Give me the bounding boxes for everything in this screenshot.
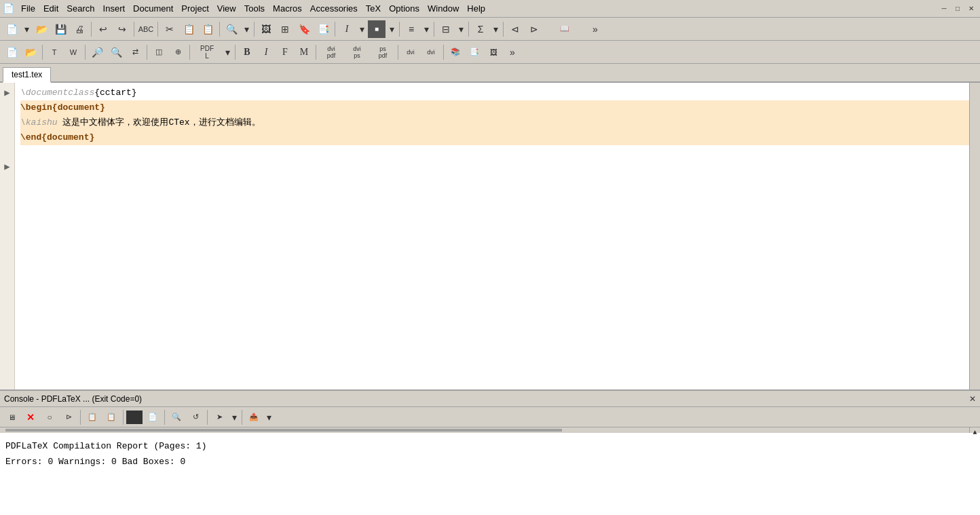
replace-button[interactable]: ⇄ bbox=[126, 43, 144, 61]
menu-search[interactable]: Search bbox=[62, 2, 98, 15]
spell-button[interactable]: ABC bbox=[137, 20, 155, 38]
console-btn-clear[interactable]: ○ bbox=[41, 408, 58, 426]
sep1 bbox=[91, 22, 92, 37]
menu-document[interactable]: Document bbox=[129, 2, 177, 15]
console-scrollbar-thumb[interactable] bbox=[5, 429, 562, 432]
toolbar-main: 📄 ▾ 📂 💾 🖨 ↩ ↪ ABC ✂ 📋 📋 🔍 ▾ 🖼 ⊞ 🔖 📑 I ▾ … bbox=[0, 18, 980, 41]
console-right-scroll[interactable]: ▲ bbox=[969, 427, 980, 433]
bibtex-button[interactable]: 📚 bbox=[447, 43, 464, 61]
print-button[interactable]: 🖨 bbox=[71, 20, 88, 38]
italic-i-button[interactable]: I bbox=[257, 43, 275, 61]
menu-window[interactable]: Window bbox=[423, 2, 463, 15]
image-button[interactable]: 🖼 bbox=[257, 20, 275, 38]
editor-content[interactable]: \documentclass{cctart} \begin{document} … bbox=[15, 83, 980, 389]
new-dropdown-button[interactable]: ▾ bbox=[22, 20, 31, 38]
console-scroll-up[interactable]: ▲ bbox=[971, 427, 978, 438]
ref-button[interactable]: 🔖 bbox=[295, 20, 313, 38]
console-btn-back[interactable]: ↺ bbox=[187, 408, 204, 426]
console-btn-file[interactable]: 📄 bbox=[144, 408, 162, 426]
wizard-button[interactable]: W bbox=[64, 43, 82, 61]
sum-button[interactable]: Σ bbox=[472, 20, 489, 38]
console-btn-export[interactable]: 📤 bbox=[245, 408, 263, 426]
sum-dropdown-button[interactable]: ▾ bbox=[491, 20, 500, 38]
template-button[interactable]: T bbox=[45, 43, 63, 61]
dvi-view2-button[interactable]: dvi bbox=[421, 43, 440, 61]
italic-dropdown-button[interactable]: ▾ bbox=[357, 20, 366, 38]
pdf-dropdown-button[interactable]: ▾ bbox=[223, 43, 232, 61]
italic-button[interactable]: I bbox=[338, 20, 356, 38]
close-button[interactable]: ✕ bbox=[965, 3, 977, 15]
bold-block-dropdown-button[interactable]: ▾ bbox=[387, 20, 396, 38]
menu-view[interactable]: View bbox=[213, 2, 240, 15]
new-button[interactable]: 📄 bbox=[3, 20, 20, 38]
minimize-button[interactable]: ─ bbox=[938, 3, 950, 15]
structure-button[interactable]: ◫ bbox=[150, 43, 168, 61]
table-button[interactable]: ⊞ bbox=[276, 20, 294, 38]
code-line-4: \end{document} bbox=[20, 130, 975, 145]
nav1-button[interactable]: ⊲ bbox=[506, 20, 524, 38]
console-btn-paste[interactable]: 📋 bbox=[102, 408, 120, 426]
font-f-button[interactable]: F bbox=[276, 43, 294, 61]
console-btn-export-dropdown[interactable]: ▾ bbox=[264, 408, 274, 426]
console-btn-fwd[interactable]: ➤ bbox=[210, 408, 228, 426]
menu-help[interactable]: Help bbox=[463, 2, 489, 15]
nav2-button[interactable]: ⊳ bbox=[525, 20, 543, 38]
preview-button[interactable]: 🖼 bbox=[485, 43, 502, 61]
open2-button[interactable]: 📂 bbox=[22, 43, 39, 61]
bold-block-button[interactable]: ■ bbox=[368, 20, 385, 38]
sep6 bbox=[335, 22, 335, 37]
cut-button[interactable]: ✂ bbox=[161, 20, 178, 38]
gutter-arrow-run[interactable]: ▶ bbox=[4, 161, 10, 172]
ps-pdf-button[interactable]: pspdf bbox=[371, 43, 395, 61]
bold-b-button[interactable]: B bbox=[238, 43, 256, 61]
paste-button[interactable]: 📋 bbox=[199, 20, 216, 38]
menu-options[interactable]: Options bbox=[385, 2, 423, 15]
search2-button[interactable]: 🔍 bbox=[107, 43, 125, 61]
nav3-button[interactable]: 📖 bbox=[544, 20, 585, 38]
dvi-pdf-button[interactable]: dvipdf bbox=[319, 43, 343, 61]
more2-button[interactable]: » bbox=[504, 43, 521, 61]
maximize-button[interactable]: □ bbox=[951, 3, 964, 15]
pdf-button[interactable]: PDFL bbox=[193, 43, 221, 61]
new2-button[interactable]: 📄 bbox=[3, 43, 20, 61]
find-dropdown-button[interactable]: ▾ bbox=[242, 20, 251, 38]
menu-project[interactable]: Project bbox=[177, 2, 212, 15]
console-btn-copy[interactable]: 📋 bbox=[83, 408, 101, 426]
console-btn-stop[interactable]: ✕ bbox=[22, 408, 39, 426]
save-button[interactable]: 💾 bbox=[52, 20, 69, 38]
open-button[interactable]: 📂 bbox=[33, 20, 50, 38]
sep18 bbox=[443, 45, 444, 60]
menu-edit[interactable]: Edit bbox=[39, 2, 62, 15]
console-btn-screen[interactable]: 🖥 bbox=[3, 408, 20, 426]
table2-button[interactable]: ⊟ bbox=[437, 20, 455, 38]
zoom-out-button[interactable]: 🔎 bbox=[88, 43, 106, 61]
undo-button[interactable]: ↩ bbox=[94, 20, 112, 38]
find-button[interactable]: 🔍 bbox=[223, 20, 240, 38]
menu-insert[interactable]: Insert bbox=[99, 2, 130, 15]
list-dropdown-button[interactable]: ▾ bbox=[421, 20, 431, 38]
menu-file[interactable]: File bbox=[17, 2, 39, 15]
console-btn-fwd-dropdown[interactable]: ▾ bbox=[229, 408, 239, 426]
makeindex-button[interactable]: 📑 bbox=[466, 43, 483, 61]
dvi-view-button[interactable]: dvi bbox=[401, 43, 420, 61]
menu-tools[interactable]: Tools bbox=[240, 2, 269, 15]
console-btn-black[interactable] bbox=[126, 411, 143, 424]
layer-button[interactable]: ⊕ bbox=[169, 43, 187, 61]
table2-dropdown-button[interactable]: ▾ bbox=[456, 20, 466, 38]
cite-button[interactable]: 📑 bbox=[314, 20, 332, 38]
copy-button[interactable]: 📋 bbox=[180, 20, 197, 38]
menu-macros[interactable]: Macros bbox=[269, 2, 306, 15]
console-btn-view[interactable]: ⊳ bbox=[60, 408, 77, 426]
gutter-arrow-select[interactable]: ▶ bbox=[4, 87, 10, 98]
menu-accessories[interactable]: Accessories bbox=[306, 2, 362, 15]
more-button[interactable]: » bbox=[586, 20, 604, 38]
menu-tex[interactable]: TeX bbox=[362, 2, 385, 15]
list-button[interactable]: ≡ bbox=[402, 20, 420, 38]
tab-test1[interactable]: test1.tex bbox=[3, 67, 51, 83]
redo-button[interactable]: ↪ bbox=[113, 20, 131, 38]
console-btn-search[interactable]: 🔍 bbox=[168, 408, 185, 426]
console-close-button[interactable]: ✕ bbox=[969, 394, 976, 404]
editor-scrollbar[interactable] bbox=[969, 83, 980, 389]
font-m-button[interactable]: M bbox=[295, 43, 313, 61]
dvi-ps-button[interactable]: dvips bbox=[345, 43, 369, 61]
